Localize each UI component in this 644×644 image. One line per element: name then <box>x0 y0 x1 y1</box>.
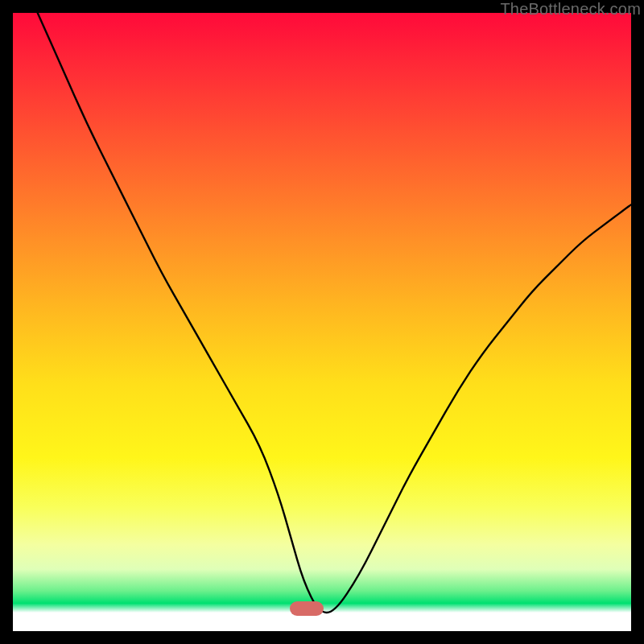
watermark-text: TheBottleneck.com <box>500 0 641 19</box>
optimal-marker <box>290 601 324 616</box>
plot-area <box>13 13 631 631</box>
bottleneck-curve <box>13 13 631 631</box>
chart-frame: TheBottleneck.com <box>0 0 644 644</box>
